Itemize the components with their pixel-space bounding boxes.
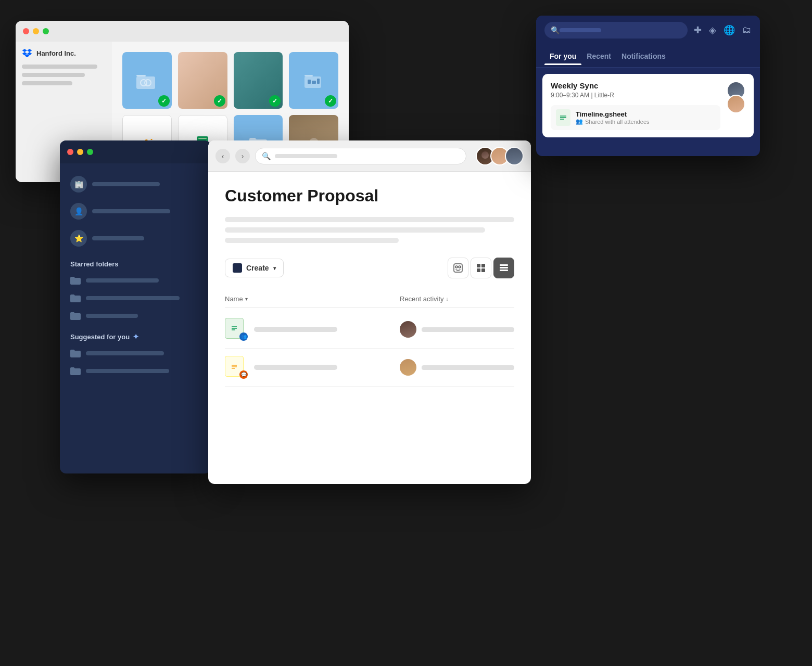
col-name-header[interactable]: Name ▾: [225, 295, 400, 303]
col-activity-header[interactable]: Recent activity ↓: [400, 295, 514, 303]
back-button[interactable]: ‹: [215, 149, 230, 163]
check-badge-2: ✓: [214, 95, 225, 107]
file-thumb-2[interactable]: ✓: [178, 52, 227, 109]
folder-icon-4: [70, 349, 81, 357]
svg-rect-23: [230, 361, 238, 372]
starred-folder-3[interactable]: [67, 309, 204, 323]
notif-tabs: For you Recent Notifications: [536, 45, 760, 68]
tab-recent[interactable]: Recent: [581, 48, 616, 65]
minimize-dot[interactable]: [33, 28, 39, 34]
list-view-icon: [499, 263, 509, 273]
folder-icon-5: [70, 367, 81, 375]
globe-icon[interactable]: 🌐: [724, 24, 735, 36]
maximize-dot[interactable]: [43, 28, 49, 34]
check-badge-4: ✓: [325, 95, 336, 107]
suggested-folder-2[interactable]: [67, 364, 204, 378]
folder-icon-1: [70, 276, 81, 285]
nav-item-org[interactable]: 🏢: [67, 172, 204, 197]
chevron-down-icon: ▾: [273, 265, 276, 271]
grid-view-icon: [476, 263, 486, 273]
view-btn-list[interactable]: [493, 258, 514, 278]
avatar-group: [476, 147, 524, 165]
file-badge-blue: 👥: [239, 332, 248, 341]
people-icon: 👥: [576, 118, 583, 125]
page-content: Customer Proposal Create ▾: [208, 172, 531, 401]
avatar-3: [505, 147, 524, 165]
view-btn-grid[interactable]: [471, 258, 491, 278]
file-thumb-3[interactable]: ✓: [234, 52, 283, 109]
notif-header: 🔍 ✚ ◈ 🌐 🗂: [536, 16, 760, 45]
doc-file-icon: [230, 361, 238, 372]
notif-arrow: [642, 16, 654, 17]
notif-title: Weekly Sync: [551, 81, 720, 90]
person-avatar-2: [400, 359, 416, 376]
sort-icon-activity: ↓: [446, 296, 449, 302]
starred-folder-1[interactable]: [67, 273, 204, 288]
folder-line-5: [86, 369, 169, 373]
svg-rect-12: [477, 264, 480, 267]
folder-group-icon: [136, 72, 157, 89]
svg-rect-17: [500, 267, 508, 268]
building-icon: 🏢: [70, 176, 87, 193]
notif-card-content: Weekly Sync 9:00–9:30 AM | Little-R Time…: [551, 81, 720, 130]
file-row-1[interactable]: 👥: [225, 311, 514, 349]
nav-item-starred[interactable]: ⭐: [67, 226, 204, 251]
svg-rect-7: [312, 81, 316, 84]
minimize-dot-2[interactable]: [77, 149, 83, 155]
file-thumb-4[interactable]: ✓: [289, 52, 338, 109]
tab-for-you[interactable]: For you: [544, 48, 581, 65]
folder-icon-2: [70, 294, 81, 302]
plus-icon[interactable]: ✚: [694, 24, 702, 36]
file-name-line-1: [254, 327, 337, 332]
svg-rect-16: [500, 264, 508, 266]
forward-button[interactable]: ›: [235, 149, 250, 163]
notif-file-row[interactable]: Timeline.gsheet 👥 Shared with all attend…: [551, 105, 720, 130]
file-badge-orange: 💬: [239, 370, 248, 379]
search-bar[interactable]: 🔍: [255, 148, 466, 164]
notif-card[interactable]: Weekly Sync 9:00–9:30 AM | Little-R Time…: [542, 74, 754, 137]
timeline-file-icon: [556, 109, 570, 126]
notif-file-info: Timeline.gsheet 👥 Shared with all attend…: [576, 110, 650, 125]
titlebar-sidebar: [60, 140, 211, 163]
layers-icon[interactable]: ◈: [709, 24, 716, 36]
notif-avatar-2: [727, 95, 745, 113]
create-button[interactable]: Create ▾: [225, 259, 284, 277]
close-dot[interactable]: [23, 28, 29, 34]
browser-bar: ‹ › 🔍: [208, 140, 531, 172]
dropbox-logo-icon: [22, 49, 32, 57]
content-line-2: [225, 227, 485, 233]
suggested-label: Suggested for you ✦: [70, 332, 204, 341]
tab-notifications[interactable]: Notifications: [616, 48, 671, 65]
suggested-folder-1[interactable]: [67, 346, 204, 361]
face-view-icon: [453, 263, 463, 273]
window-sidebar: 🏢 👤 ⭐ Starred folders: [60, 140, 211, 473]
create-icon: [233, 263, 242, 273]
folder-line-3: [86, 314, 138, 318]
close-dot-2[interactable]: [67, 149, 73, 155]
file-row-2[interactable]: 💬: [225, 349, 514, 387]
nav-line-1: [92, 182, 160, 186]
starred-folder-2[interactable]: [67, 291, 204, 305]
window-main: ‹ › 🔍 Customer Proposal Create: [208, 140, 531, 484]
view-btn-face[interactable]: [448, 258, 468, 278]
svg-rect-5: [304, 75, 313, 76]
activity-2: [400, 359, 514, 376]
folder-icon-header[interactable]: 🗂: [742, 24, 752, 36]
sheet-file-icon: [230, 323, 238, 334]
nav-item-user[interactable]: 👤: [67, 199, 204, 224]
notif-search-bar[interactable]: 🔍: [544, 22, 688, 39]
folder-line-2: [86, 296, 180, 300]
back-brand-name: Hanford Inc.: [36, 49, 76, 57]
notif-search-line: [560, 28, 601, 32]
building-folder-icon: [304, 72, 323, 89]
brand-row: Hanford Inc.: [22, 49, 106, 57]
folder-line-4: [86, 351, 164, 355]
maximize-dot-2[interactable]: [87, 149, 93, 155]
file-thumb-1[interactable]: ✓: [122, 52, 172, 109]
check-badge-3: ✓: [269, 95, 281, 107]
content-line-3: [225, 238, 399, 243]
folder-line-1: [86, 278, 159, 283]
starred-folders-label: Starred folders: [70, 260, 204, 268]
notif-subtitle: 9:00–9:30 AM | Little-R: [551, 92, 720, 99]
gsheet-file-svg: [559, 112, 568, 123]
